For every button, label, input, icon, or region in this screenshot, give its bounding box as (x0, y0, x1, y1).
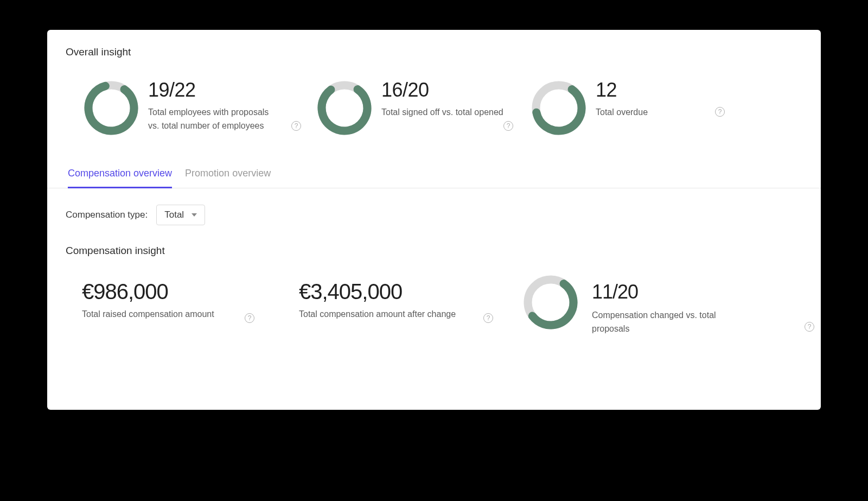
comp-desc: Compensation changed vs. total proposals (592, 309, 717, 336)
comp-card-changed-vs-proposals: 11/20 Compensation changed vs. total pro… (521, 280, 717, 338)
donut-signedoff (315, 79, 374, 137)
filter-row: Compensation type: Total (66, 205, 802, 225)
insight-desc: Total overdue (596, 106, 648, 119)
help-icon[interactable] (245, 313, 254, 323)
compensation-insight-title: Compensation insight (66, 245, 802, 257)
donut-changed (521, 273, 580, 332)
help-icon[interactable] (291, 121, 301, 131)
insight-desc: Total signed off vs. total opened (381, 106, 503, 119)
insight-card-signedoff: 16/20 Total signed off vs. total opened (315, 79, 529, 137)
compensation-type-label: Compensation type: (66, 210, 148, 220)
insight-card-proposals: 19/22 Total employees with proposals vs.… (82, 79, 315, 137)
insight-desc: Total employees with proposals vs. total… (148, 106, 273, 133)
tab-promotion-overview[interactable]: Promotion overview (185, 164, 271, 188)
donut-proposals (82, 79, 141, 137)
comp-value: €3,405,000 (299, 280, 521, 304)
comp-value: €986,000 (82, 280, 299, 304)
help-icon[interactable] (805, 322, 814, 332)
help-icon[interactable] (503, 121, 513, 131)
help-icon[interactable] (483, 313, 493, 323)
overall-insight-title: Overall insight (66, 46, 802, 58)
comp-card-raised: €986,000 Total raised compensation amoun… (82, 280, 299, 338)
tab-compensation-overview[interactable]: Compensation overview (68, 164, 172, 188)
tabs: Compensation overview Promotion overview (47, 164, 821, 188)
overall-insight-row: 19/22 Total employees with proposals vs.… (66, 79, 802, 137)
help-icon[interactable] (715, 107, 725, 117)
insight-value: 12 (596, 80, 648, 100)
insight-card-overdue: 12 Total overdue (529, 79, 725, 137)
select-value: Total (164, 210, 184, 220)
insight-value: 19/22 (148, 80, 273, 100)
comp-desc: Total raised compensation amount (82, 309, 299, 319)
comp-card-after-change: €3,405,000 Total compensation amount aft… (299, 280, 521, 338)
donut-overdue (529, 79, 588, 137)
insight-value: 16/20 (381, 80, 503, 100)
compensation-insight-row: €986,000 Total raised compensation amoun… (66, 277, 802, 338)
compensation-type-select[interactable]: Total (156, 205, 205, 225)
comp-value: 11/20 (592, 281, 717, 303)
dashboard-panel: Overall insight 19/22 Total employees wi… (47, 30, 821, 410)
chevron-down-icon (192, 213, 197, 217)
